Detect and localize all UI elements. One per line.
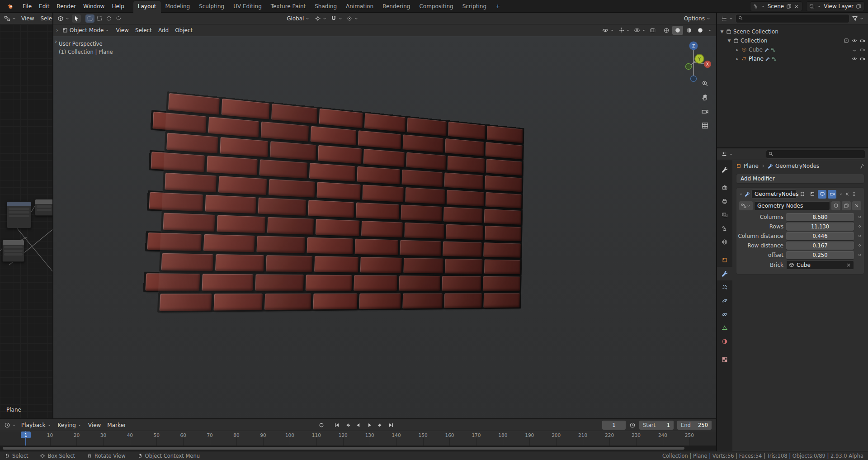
disclosure-triangle-icon[interactable]: ▸: [735, 57, 740, 61]
camera-icon[interactable]: [860, 47, 865, 52]
next-keyframe-button[interactable]: [375, 421, 385, 430]
delete-scene-icon[interactable]: [794, 4, 799, 9]
active-tool-button[interactable]: [72, 14, 81, 23]
auto-keying-button[interactable]: [316, 421, 326, 430]
tab-object-data[interactable]: [717, 321, 732, 335]
tab-constraints[interactable]: [717, 308, 732, 321]
transform-orientation-dropdown[interactable]: Global: [284, 14, 312, 23]
eye-icon[interactable]: [852, 38, 857, 43]
modifier-extras-chevron[interactable]: [839, 192, 843, 196]
new-node-group-button[interactable]: [842, 201, 851, 210]
disclosure-triangle-icon[interactable]: ▼: [720, 29, 724, 34]
view-layer-selector[interactable]: View Layer: [806, 1, 864, 11]
new-view-layer-icon[interactable]: [856, 4, 861, 9]
eye-icon[interactable]: [852, 56, 857, 62]
eye-closed-icon[interactable]: [852, 47, 857, 52]
gizmos-dropdown[interactable]: [617, 26, 632, 34]
workspace-tab-compositing[interactable]: Compositing: [415, 1, 458, 13]
disclosure-triangle-icon[interactable]: ▸: [735, 47, 740, 52]
timeline-menu-marker[interactable]: Marker: [104, 421, 128, 429]
columns-value-slider[interactable]: 8.580: [786, 213, 854, 221]
workspace-tab-layout[interactable]: Layout: [133, 1, 161, 13]
shading-material-button[interactable]: [684, 26, 694, 35]
decorator-dot[interactable]: [857, 216, 862, 218]
decorator-dot[interactable]: [857, 225, 862, 228]
brick-object-field[interactable]: Cube: [786, 261, 854, 270]
zoom-icon[interactable]: [701, 80, 709, 87]
unlink-node-group-button[interactable]: [852, 201, 861, 210]
outliner-search-input[interactable]: [736, 14, 849, 23]
select-mode-extend-button[interactable]: [95, 14, 104, 23]
menu-edit[interactable]: Edit: [35, 2, 53, 11]
tab-world[interactable]: [717, 235, 732, 249]
select-mode-lasso-button[interactable]: [114, 14, 123, 23]
camera-icon[interactable]: [860, 56, 865, 62]
decorator-dot[interactable]: [857, 244, 862, 247]
menu-render[interactable]: Render: [53, 2, 80, 11]
current-frame-field[interactable]: 1: [602, 421, 626, 430]
overlays-dropdown[interactable]: [632, 26, 647, 34]
timeline-ruler[interactable]: 1020304050607080901001101201301401501601…: [0, 431, 716, 446]
toolbar-expand-chevron[interactable]: ›: [55, 38, 57, 45]
outliner-row-scene-collection[interactable]: ▼ Scene Collection: [717, 27, 868, 36]
viewport-menu-view[interactable]: View: [113, 26, 131, 34]
workspace-tab-uv-editing[interactable]: UV Editing: [229, 1, 266, 13]
proportional-edit-dropdown[interactable]: [345, 14, 360, 23]
tab-tool[interactable]: [717, 163, 732, 176]
editor-type-button[interactable]: [3, 14, 18, 23]
add-workspace-button[interactable]: +: [491, 1, 505, 13]
app-menu-button[interactable]: [4, 2, 19, 11]
new-scene-icon[interactable]: [786, 4, 792, 9]
node-box[interactable]: [2, 240, 24, 262]
axis-z-negative-ball[interactable]: [691, 76, 697, 82]
playback-dropdown[interactable]: Playback: [19, 421, 54, 429]
brick-wall[interactable]: [157, 91, 524, 313]
drag-grip-icon[interactable]: [851, 191, 857, 197]
tab-render[interactable]: [717, 181, 732, 194]
camera-icon[interactable]: [860, 38, 865, 43]
tab-material[interactable]: [717, 335, 732, 348]
toggle-realtime-display[interactable]: [818, 190, 826, 199]
tab-modifiers[interactable]: [717, 267, 732, 280]
add-modifier-button[interactable]: Add Modifier: [736, 174, 864, 184]
properties-search-input[interactable]: [766, 150, 865, 159]
end-frame-field[interactable]: End 250: [677, 421, 712, 430]
shading-solid-button[interactable]: [672, 26, 683, 35]
workspace-tab-modeling[interactable]: Modeling: [161, 1, 195, 13]
camera-view-icon[interactable]: [701, 108, 709, 115]
pivot-point-dropdown[interactable]: [313, 14, 328, 23]
header-overflow-chevron[interactable]: ›: [56, 27, 58, 33]
toggle-on-cage[interactable]: [798, 190, 807, 199]
node-canvas[interactable]: Plane: [0, 24, 52, 418]
delete-modifier-icon[interactable]: [844, 191, 850, 197]
node-box[interactable]: [35, 199, 53, 216]
editor-type-button[interactable]: [720, 150, 735, 158]
viewport-menu-select[interactable]: Select: [132, 26, 155, 34]
shading-options-dropdown[interactable]: [706, 26, 713, 35]
outliner-row-cube[interactable]: ▸ Cube: [717, 45, 868, 54]
viewport-canvas[interactable]: › User Perspective (1) Collection | Plan…: [53, 36, 716, 418]
previous-keyframe-button[interactable]: [343, 421, 353, 430]
pan-hand-icon[interactable]: [701, 94, 709, 101]
viewport-menu-add[interactable]: Add: [156, 26, 171, 34]
panel-collapse-chevron[interactable]: [739, 192, 743, 196]
object-visibility-dropdown[interactable]: [601, 26, 616, 34]
node-menu-view[interactable]: View: [19, 14, 37, 23]
pin-icon[interactable]: [859, 163, 864, 169]
jump-to-end-button[interactable]: [386, 421, 396, 430]
jump-to-start-button[interactable]: [332, 421, 342, 430]
menu-help[interactable]: Help: [108, 2, 127, 11]
modifier-name-input[interactable]: GeometryNodes: [751, 190, 797, 199]
snap-toggle-dropdown[interactable]: [329, 14, 344, 23]
outliner-row-plane[interactable]: ▸ Plane: [717, 54, 868, 63]
tab-scene[interactable]: [717, 222, 732, 235]
xray-toggle[interactable]: [648, 26, 657, 34]
shading-wireframe-button[interactable]: [661, 26, 672, 35]
play-button[interactable]: [364, 421, 374, 430]
column-distance-value-slider[interactable]: 0.446: [786, 232, 854, 240]
tab-particles[interactable]: [717, 280, 732, 294]
node-group-name-input[interactable]: Geometry Nodes: [754, 201, 830, 210]
workspace-tab-texture-paint[interactable]: Texture Paint: [266, 1, 310, 13]
shading-rendered-button[interactable]: [695, 26, 706, 35]
play-reverse-button[interactable]: [354, 421, 363, 430]
